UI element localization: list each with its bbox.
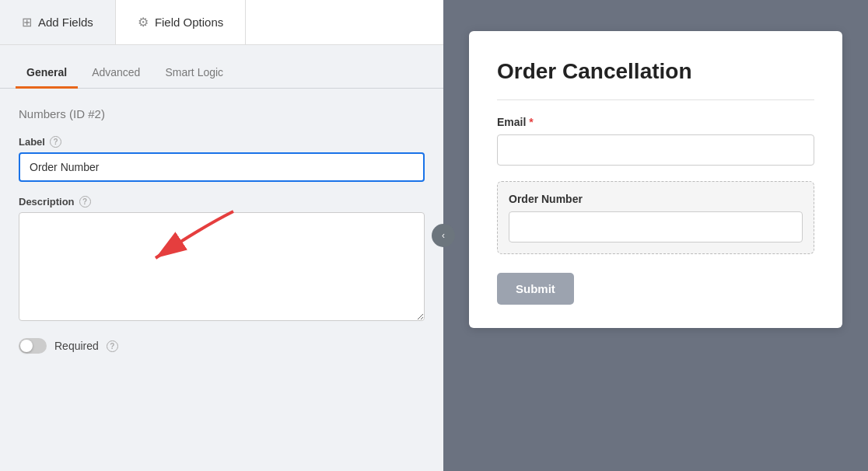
left-panel: ⊞ Add Fields ⚙ Field Options General Adv…: [0, 0, 443, 471]
email-field-label: Email *: [497, 116, 814, 128]
order-number-field-label: Order Number: [509, 193, 803, 205]
field-options-tab[interactable]: ⚙ Field Options: [116, 0, 246, 44]
tab-general[interactable]: General: [16, 58, 78, 89]
required-help-icon[interactable]: ?: [107, 340, 118, 352]
grid-icon: ⊞: [22, 15, 32, 30]
top-tab-bar: ⊞ Add Fields ⚙ Field Options: [0, 0, 443, 45]
sliders-icon: ⚙: [138, 15, 149, 30]
label-field-label: Label ?: [19, 136, 425, 148]
right-panel: Order Cancellation Email * Order Number …: [443, 0, 868, 471]
description-help-icon[interactable]: ?: [79, 196, 91, 208]
order-number-preview-input[interactable]: [509, 211, 803, 242]
required-row: Required ?: [19, 338, 425, 354]
email-preview-input[interactable]: [497, 134, 814, 166]
required-label: Required: [54, 340, 99, 352]
description-field-group: Description ?: [19, 196, 425, 324]
field-options-content: Numbers (ID #2) Label ? Description ? Re…: [0, 89, 443, 471]
form-title: Order Cancellation: [497, 59, 814, 84]
label-field-group: Label ?: [19, 136, 425, 182]
form-preview: Order Cancellation Email * Order Number …: [469, 31, 842, 328]
add-fields-label: Add Fields: [38, 16, 93, 29]
form-divider: [497, 99, 814, 100]
email-required-star: *: [529, 116, 533, 128]
field-options-label: Field Options: [155, 16, 223, 29]
tab-smart-logic[interactable]: Smart Logic: [154, 58, 234, 89]
label-input[interactable]: [19, 152, 425, 182]
sub-tab-bar: General Advanced Smart Logic: [0, 45, 443, 89]
add-fields-tab[interactable]: ⊞ Add Fields: [0, 0, 116, 44]
preview-email-field: Email *: [497, 116, 814, 166]
required-toggle[interactable]: [19, 338, 47, 354]
label-help-icon[interactable]: ?: [50, 136, 61, 148]
submit-button[interactable]: Submit: [497, 273, 574, 305]
description-field-label: Description ?: [19, 196, 425, 208]
tab-advanced[interactable]: Advanced: [81, 58, 151, 89]
collapse-icon: ‹: [442, 230, 445, 241]
collapse-button[interactable]: ‹: [432, 224, 455, 247]
description-input[interactable]: [19, 212, 425, 321]
order-number-highlighted-field: Order Number: [497, 181, 814, 254]
field-section-title: Numbers (ID #2): [19, 107, 425, 120]
